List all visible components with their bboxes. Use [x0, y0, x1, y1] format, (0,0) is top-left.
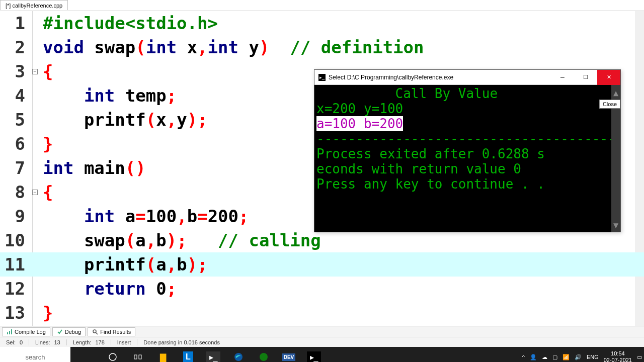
status-bar: Sel:0 Lines:13 Length:178 Insert Done pa… — [0, 337, 644, 347]
console-text — [316, 86, 395, 101]
tray-wifi-icon[interactable]: 📶 — [562, 354, 570, 360]
console-text: ----------------------------------------… — [316, 131, 620, 146]
fold-column: − — [29, 69, 40, 74]
close-tooltip: Close — [599, 100, 620, 109]
tray-people-icon[interactable]: 👤 — [530, 354, 537, 360]
console-selected-text: a=100 b=200 — [316, 116, 403, 131]
code-text: #include<stdio.h> — [40, 13, 644, 33]
line-number: 1 — [0, 13, 29, 33]
find-results-label: Find Results — [100, 329, 131, 335]
tray-notifications-icon[interactable]: ▭ — [637, 354, 642, 360]
compile-icon — [7, 329, 13, 335]
tray-meet-icon[interactable]: ▢ — [552, 354, 557, 360]
compile-log-tab[interactable]: Compile Log — [2, 327, 50, 336]
find-icon — [92, 329, 98, 335]
status-length: Length:178 — [67, 339, 111, 345]
status-lines: Lines:13 — [29, 339, 67, 345]
line-number: 2 — [0, 37, 29, 57]
code-line[interactable]: 12 return 0; — [0, 277, 644, 301]
line-number: 10 — [0, 230, 29, 250]
console-maximize-button[interactable]: ☐ — [574, 70, 597, 85]
taskbar-search[interactable]: search — [0, 347, 70, 362]
console-text: econds with return value 0 — [316, 161, 521, 176]
line-number: 6 — [0, 134, 29, 154]
svg-point-3 — [93, 330, 96, 333]
tray-language[interactable]: ENG — [587, 354, 599, 360]
svg-point-5 — [109, 353, 116, 360]
debug-icon — [57, 329, 63, 335]
terminal-icon: ▸_ — [318, 74, 326, 81]
status-parse: Done parsing in 0.016 seconds — [137, 339, 226, 345]
console-titlebar[interactable]: ▸_ Select D:\C Programming\callbyReferen… — [314, 70, 620, 85]
bottom-panel-tabs: Compile Log Debug Find Results — [0, 326, 644, 337]
code-text: void swap(int x,int y) // definition — [40, 37, 644, 57]
console-window: ▸_ Select D:\C Programming\callbyReferen… — [314, 69, 621, 232]
console-text: Process exited after 0.6288 s — [316, 146, 545, 161]
code-line[interactable]: 2void swap(int x,int y) // definition — [0, 35, 644, 59]
debug-tab[interactable]: Debug — [52, 327, 86, 336]
code-line[interactable]: 13} — [0, 301, 644, 325]
tab-bar: [*] callbyReference.cpp — [0, 0, 644, 11]
file-tab[interactable]: [*] callbyReference.cpp — [0, 0, 68, 10]
fold-column: − — [29, 190, 40, 195]
tray-volume-icon[interactable]: 🔊 — [575, 354, 582, 360]
status-selection: Sel:0 — [0, 339, 29, 345]
svg-rect-1 — [9, 331, 10, 334]
code-line[interactable]: 11 printf(a,b); — [0, 252, 644, 277]
line-number: 11 — [0, 254, 29, 275]
svg-rect-2 — [11, 329, 12, 334]
line-number: 4 — [0, 85, 29, 106]
svg-line-4 — [96, 332, 98, 334]
fold-marker-icon[interactable]: − — [32, 69, 38, 74]
taskbar-clock[interactable]: 10:54 02-07-2021 — [604, 350, 632, 362]
app-l-icon[interactable]: L — [176, 347, 200, 362]
find-results-tab[interactable]: Find Results — [88, 327, 135, 336]
line-number: 13 — [0, 303, 29, 323]
fold-marker-icon[interactable]: − — [32, 190, 38, 195]
code-text: return 0; — [40, 279, 644, 299]
console-text: Call By Value — [395, 86, 498, 101]
terminal-icon[interactable]: ▸_ — [201, 347, 225, 362]
code-text: swap(a,b); // calling — [40, 230, 644, 250]
svg-rect-0 — [7, 332, 8, 334]
line-number: 12 — [0, 279, 29, 299]
console-taskbar-icon[interactable]: ▸_ — [302, 347, 326, 362]
line-number: 9 — [0, 206, 29, 226]
line-number: 7 — [0, 158, 29, 178]
windows-taskbar: search ▇ L ▸_ DEV ▸_ ^ 👤 ☁ ▢ 📶 🔊 ENG 10:… — [0, 347, 644, 362]
line-number: 3 — [0, 61, 29, 81]
devcpp-icon[interactable]: DEV — [277, 347, 301, 362]
console-title: ▸_ Select D:\C Programming\callbyReferen… — [314, 74, 551, 81]
code-line[interactable]: 1#include<stdio.h> — [0, 11, 644, 35]
system-tray: ^ 👤 ☁ ▢ 📶 🔊 ENG 10:54 02-07-2021 ▭ — [522, 347, 644, 362]
svg-rect-6 — [134, 355, 137, 359]
edge-icon[interactable] — [226, 347, 251, 362]
console-minimize-button[interactable]: ─ — [551, 70, 574, 85]
line-number: 8 — [0, 182, 29, 202]
console-text: Press any key to continue . . — [316, 176, 545, 192]
compile-log-label: Compile Log — [15, 329, 46, 335]
console-text: x=200 y=100 — [316, 101, 403, 116]
debug-label: Debug — [65, 329, 81, 335]
tray-chevron-up-icon[interactable]: ^ — [522, 354, 525, 360]
file-explorer-icon[interactable]: ▇ — [151, 347, 175, 362]
tray-onedrive-icon[interactable]: ☁ — [542, 354, 547, 360]
svg-point-9 — [260, 353, 268, 361]
line-number: 5 — [0, 110, 29, 130]
taskbar-pinned-apps: ▇ L ▸_ DEV ▸_ — [101, 347, 326, 362]
code-text: } — [40, 303, 644, 323]
console-close-button[interactable]: ✕ — [597, 70, 620, 85]
code-text: printf(a,b); — [40, 254, 644, 275]
cortana-icon[interactable] — [101, 347, 125, 362]
status-insert-mode: Insert — [111, 339, 138, 345]
xbox-icon[interactable] — [252, 347, 276, 362]
task-view-icon[interactable] — [126, 347, 150, 362]
console-output[interactable]: Call By Value x=200 y=100 a=100 b=200 --… — [314, 85, 620, 232]
svg-text:▸_: ▸_ — [319, 75, 325, 80]
svg-rect-7 — [139, 355, 141, 359]
